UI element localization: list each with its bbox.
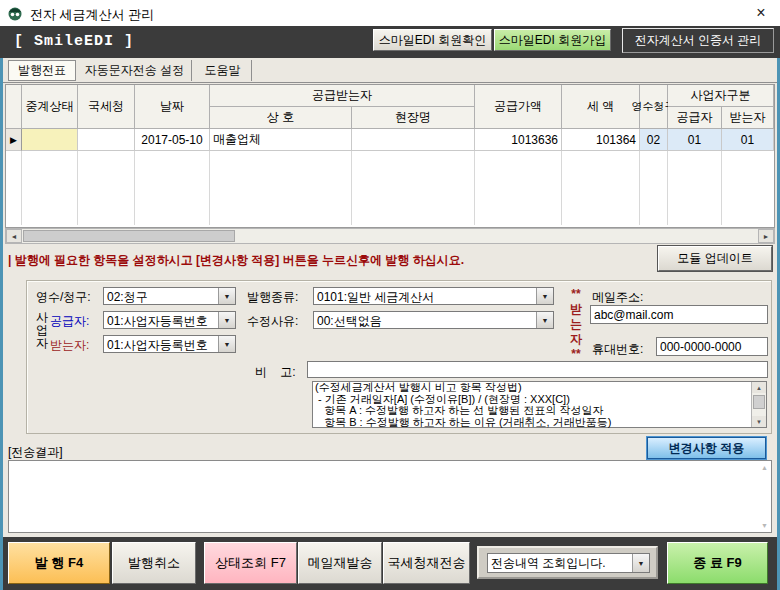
- phone-label: 휴대번호:: [592, 341, 643, 358]
- filler-cell: [210, 151, 352, 225]
- header-buyer-group[interactable]: 공급받는자: [210, 85, 475, 107]
- scroll-up-icon: ▲: [761, 464, 768, 471]
- supplier-type-label: 공급자:: [50, 313, 89, 330]
- issue-button[interactable]: 발 행 F4: [8, 542, 110, 584]
- memo-box: (수정세금계산서 발행시 비고 항목 작성법) - 기존 거래일자[A] (수정…: [312, 381, 767, 428]
- modify-reason-select[interactable]: 00:선택없음 ▼: [313, 311, 554, 329]
- transfer-result-label: [전송결과]: [8, 444, 63, 461]
- required-mark: **: [571, 348, 580, 361]
- header-marker: [6, 85, 22, 129]
- transfer-history-frame: 전송내역 조회입니다. ▼: [477, 546, 658, 579]
- receiver-char: 자: [570, 333, 582, 346]
- receiver-type-label: 받는자:: [50, 337, 89, 354]
- cell-company[interactable]: 매출업체: [210, 129, 352, 151]
- modify-reason-selected: 00:선택없음: [314, 312, 536, 328]
- chevron-down-icon[interactable]: ▼: [536, 288, 553, 304]
- issue-type-selected: 0101:일반 세금계산서: [314, 288, 536, 304]
- required-mark: **: [571, 288, 580, 301]
- note-label: 비 고:: [255, 364, 296, 381]
- row-marker: ▶: [6, 129, 22, 151]
- scroll-down-icon: ▼: [761, 522, 768, 529]
- status-check-button[interactable]: 상태조회 F7: [204, 542, 297, 584]
- modify-reason-label: 수정사유:: [247, 313, 298, 330]
- chevron-down-icon[interactable]: ▼: [218, 336, 235, 352]
- filler-cell: [640, 151, 668, 225]
- receiver-type-selected: 01:사업자등록번호: [104, 336, 218, 352]
- memo-line: (수정세금계산서 발행시 비고 항목 작성법): [313, 382, 766, 394]
- header-biz-group[interactable]: 사업자구분: [668, 85, 774, 107]
- filler-cell: [352, 151, 475, 225]
- email-label: 메일주소:: [592, 289, 643, 306]
- supplier-type-select[interactable]: 01:사업자등록번호 ▼: [103, 311, 236, 329]
- receiver-char: 받: [570, 303, 582, 316]
- header-receiver[interactable]: 받는자: [722, 107, 774, 129]
- cell-receipt-claim[interactable]: 02: [640, 129, 668, 151]
- header-tax-amount[interactable]: 세 액: [562, 85, 640, 129]
- chevron-down-icon[interactable]: ▼: [536, 312, 553, 328]
- header-supplier[interactable]: 공급자: [668, 107, 722, 129]
- phone-input[interactable]: [656, 337, 768, 356]
- transfer-result-textarea[interactable]: ▲ ▼: [8, 460, 772, 533]
- cell-tax-amount[interactable]: 101364: [562, 129, 640, 151]
- exit-button[interactable]: 종 료 F9: [667, 542, 768, 584]
- app-icon: [7, 5, 23, 21]
- memo-line: 항목 B : 수정발행 하고자 하는 이유 (거래취소, 거래반품등): [313, 417, 766, 429]
- transfer-history-selected: 전송내역 조회입니다.: [488, 554, 632, 572]
- note-input[interactable]: [307, 361, 768, 378]
- header-supply-amount[interactable]: 공급가액: [475, 85, 562, 129]
- receiver-char: 는: [570, 318, 582, 331]
- cell-date[interactable]: 2017-05-10: [135, 129, 210, 151]
- filler-cell: [6, 151, 22, 225]
- member-join-button[interactable]: 스마일EDI 회원가입: [494, 29, 611, 51]
- brand-logo: [ SmileEDI ]: [14, 33, 134, 50]
- receipt-claim-select[interactable]: 02:청구 ▼: [103, 287, 236, 305]
- header-relay-status[interactable]: 중계상태: [22, 85, 78, 129]
- cell-supply-amount[interactable]: 1013636: [475, 129, 562, 151]
- apply-changes-button[interactable]: 변경사항 적용: [647, 437, 766, 459]
- issue-cancel-button[interactable]: 발행취소: [112, 542, 196, 584]
- scroll-right-icon[interactable]: ►: [758, 229, 774, 243]
- member-check-button[interactable]: 스마일EDI 회원확인: [373, 29, 492, 51]
- cell-supplier-code[interactable]: 01: [668, 129, 722, 151]
- module-update-button[interactable]: 모듈 업데이트: [658, 246, 772, 271]
- memo-vertical-scrollbar[interactable]: ▲ ▼: [751, 382, 766, 427]
- scrollbar-thumb[interactable]: [753, 395, 765, 409]
- cell-receiver-code[interactable]: 01: [722, 129, 774, 151]
- chevron-down-icon[interactable]: ▼: [218, 312, 235, 328]
- receiver-required-vertical-label: ** 받 는 자 **: [566, 288, 586, 361]
- nts-resend-button[interactable]: 국세청재전송: [383, 542, 470, 584]
- mail-resend-button[interactable]: 메일재발송: [298, 542, 382, 584]
- tab-auto-sms[interactable]: 자동문자전송 설정: [78, 60, 192, 81]
- chevron-down-icon[interactable]: ▼: [632, 554, 649, 572]
- transfer-history-select[interactable]: 전송내역 조회입니다. ▼: [487, 553, 650, 573]
- email-input[interactable]: [590, 305, 768, 324]
- issue-type-select[interactable]: 0101:일반 세금계산서 ▼: [313, 287, 554, 305]
- scroll-up-icon[interactable]: ▲: [752, 382, 766, 393]
- window-left-edge: [0, 58, 3, 590]
- invoice-table: 중계상태 국세청 날짜 공급받는자 공급가액 세 액 영수청구 사업자구분 상 …: [5, 84, 775, 228]
- receiver-type-select[interactable]: 01:사업자등록번호 ▼: [103, 335, 236, 353]
- scrollbar-thumb[interactable]: [23, 230, 235, 242]
- tab-help[interactable]: 도움말: [194, 60, 252, 81]
- close-icon[interactable]: ×: [748, 2, 774, 24]
- issue-notice-text: | 발행에 필요한 항목을 설정하시고 [변경사항 적용] 버튼을 누르신후에 …: [8, 252, 464, 269]
- header-nts[interactable]: 국세청: [78, 85, 135, 129]
- scroll-left-icon[interactable]: ◄: [6, 229, 22, 243]
- header-company[interactable]: 상 호: [210, 107, 352, 129]
- filler-cell: [78, 151, 135, 225]
- filler-cell: [722, 151, 774, 225]
- table-horizontal-scrollbar[interactable]: ◄ ►: [5, 228, 775, 244]
- cell-relay-status[interactable]: [22, 129, 78, 151]
- header-date[interactable]: 날짜: [135, 85, 210, 129]
- cell-nts[interactable]: [78, 129, 135, 151]
- tab-issue-slip[interactable]: 발행전표: [8, 60, 76, 81]
- cell-site[interactable]: [352, 129, 475, 151]
- cert-manage-button[interactable]: 전자계산서 인증서 관리: [622, 28, 774, 53]
- scroll-down-icon[interactable]: ▼: [752, 416, 766, 427]
- title-bar: 전자 세금계산서 관리 ×: [0, 0, 780, 26]
- supplier-type-selected: 01:사업자등록번호: [104, 312, 218, 328]
- chevron-down-icon[interactable]: ▼: [218, 288, 235, 304]
- filler-cell: [475, 151, 562, 225]
- header-receipt-claim[interactable]: 영수청구: [640, 85, 668, 129]
- header-site[interactable]: 현장명: [352, 107, 475, 129]
